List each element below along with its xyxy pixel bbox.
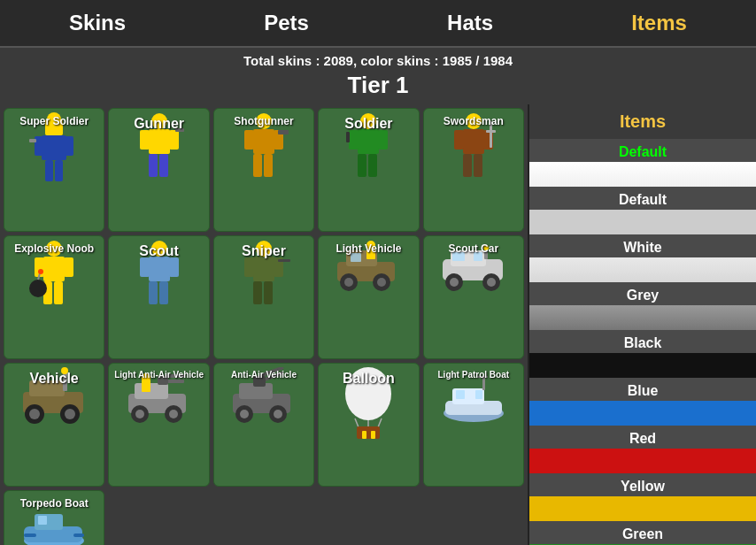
svg-rect-124 (24, 533, 36, 537)
panel-title: Items (529, 104, 756, 139)
svg-rect-28 (346, 132, 350, 142)
svg-rect-50 (149, 281, 158, 304)
svg-rect-51 (159, 281, 168, 304)
svg-rect-30 (463, 129, 484, 154)
svg-rect-125 (73, 533, 84, 537)
main-content: Super Soldier Gunner (0, 104, 756, 545)
color-swatch-default-green (529, 162, 756, 187)
skin-grid: Super Soldier Gunner (0, 104, 528, 545)
skin-shotgunner[interactable]: Shotgunner (213, 108, 314, 232)
svg-rect-19 (253, 154, 262, 177)
svg-rect-112 (371, 431, 375, 439)
svg-point-43 (29, 280, 47, 297)
svg-rect-117 (475, 390, 482, 399)
color-label-grey: Grey (529, 282, 756, 305)
svg-rect-21 (278, 130, 289, 134)
svg-rect-47 (149, 257, 170, 281)
svg-rect-20 (264, 154, 273, 177)
svg-point-62 (344, 278, 353, 287)
color-label-default: Default (529, 187, 756, 210)
svg-rect-23 (358, 129, 379, 154)
svg-line-107 (355, 418, 359, 427)
svg-rect-11 (169, 130, 179, 150)
svg-point-45 (38, 269, 43, 274)
skin-light-anti-air[interactable]: Light Anti-Air Vehicle (108, 363, 209, 487)
svg-rect-26 (358, 154, 366, 177)
svg-rect-48 (140, 257, 150, 277)
color-label-blue: Blue (529, 378, 756, 401)
color-black[interactable]: Black (529, 330, 756, 378)
color-label-white: White (529, 234, 756, 257)
svg-rect-9 (149, 129, 170, 154)
svg-rect-38 (43, 257, 65, 281)
color-label-black: Black (529, 330, 756, 353)
svg-rect-13 (159, 154, 168, 177)
svg-point-100 (240, 410, 249, 418)
color-white[interactable]: White (529, 234, 756, 282)
color-label-default-green: Default (529, 139, 756, 162)
skin-anti-air-vehicle[interactable]: Anti-Air Vehicle (213, 363, 314, 487)
color-swatch-white (529, 257, 756, 282)
svg-rect-116 (456, 390, 465, 399)
svg-point-73 (487, 278, 496, 287)
svg-rect-12 (149, 154, 158, 177)
top-navigation: Skins Pets Hats Items (0, 0, 756, 48)
color-label-red: Red (529, 426, 756, 449)
svg-rect-4 (45, 160, 53, 181)
skin-light-vehicle[interactable]: Light Vehicle (318, 235, 419, 359)
svg-rect-10 (140, 130, 150, 150)
color-green[interactable]: Green (529, 521, 756, 545)
nav-pets[interactable]: Pets (237, 7, 336, 39)
color-label-green: Green (529, 521, 756, 544)
skin-soldier[interactable]: Soldier (318, 108, 419, 232)
svg-rect-110 (357, 426, 380, 439)
svg-rect-3 (65, 136, 73, 156)
skin-light-patrol-boat[interactable]: Light Patrol Boat (423, 363, 524, 487)
svg-rect-33 (463, 154, 472, 177)
svg-rect-40 (64, 257, 73, 277)
svg-rect-17 (244, 130, 254, 150)
skin-vehicle[interactable]: Vehicle (4, 363, 104, 487)
svg-rect-31 (454, 130, 464, 150)
color-swatch-blue (529, 401, 756, 426)
svg-rect-49 (169, 257, 179, 277)
color-panel: Items Default Default White Grey Black (528, 104, 756, 545)
skin-gunner[interactable]: Gunner (108, 108, 209, 232)
nav-items[interactable]: Items (605, 7, 714, 39)
nav-hats[interactable]: Hats (420, 7, 520, 39)
svg-rect-53 (253, 257, 274, 281)
color-label-yellow: Yellow (529, 473, 756, 496)
color-default-green[interactable]: Default (529, 139, 756, 187)
skin-balloon[interactable]: Balloon (318, 363, 419, 487)
skin-swordsman[interactable]: Swordsman (423, 108, 524, 232)
svg-rect-1 (42, 135, 66, 160)
color-yellow[interactable]: Yellow (529, 473, 756, 521)
skin-scout-car[interactable]: Scout Car (423, 235, 524, 359)
svg-rect-123 (38, 516, 47, 525)
svg-rect-42 (54, 281, 63, 304)
svg-rect-111 (362, 431, 366, 439)
svg-point-91 (169, 410, 178, 418)
svg-rect-5 (55, 160, 63, 181)
skin-torpedo-boat[interactable]: Torpedo Boat (4, 490, 104, 545)
skin-sniper[interactable]: Sniper (213, 235, 314, 359)
nav-skins[interactable]: Skins (42, 7, 152, 39)
color-red[interactable]: Red (529, 426, 756, 473)
svg-rect-24 (349, 130, 359, 150)
skin-count: Total skins : 2089, color skins : 1985 /… (0, 48, 756, 70)
svg-point-71 (450, 278, 459, 287)
skin-super-soldier[interactable]: Super Soldier (4, 108, 104, 232)
skin-explosive-noob[interactable]: Explosive Noob (4, 235, 104, 359)
svg-point-81 (29, 409, 40, 419)
svg-rect-36 (486, 130, 496, 133)
svg-line-109 (378, 418, 382, 427)
color-default-white[interactable]: Default (529, 187, 756, 234)
svg-point-102 (274, 410, 282, 418)
skin-scout[interactable]: Scout (108, 235, 209, 359)
svg-rect-16 (253, 129, 274, 154)
color-swatch-default (529, 210, 756, 234)
svg-rect-27 (368, 154, 377, 177)
color-grey[interactable]: Grey (529, 282, 756, 330)
svg-point-89 (135, 410, 144, 418)
color-blue[interactable]: Blue (529, 378, 756, 426)
